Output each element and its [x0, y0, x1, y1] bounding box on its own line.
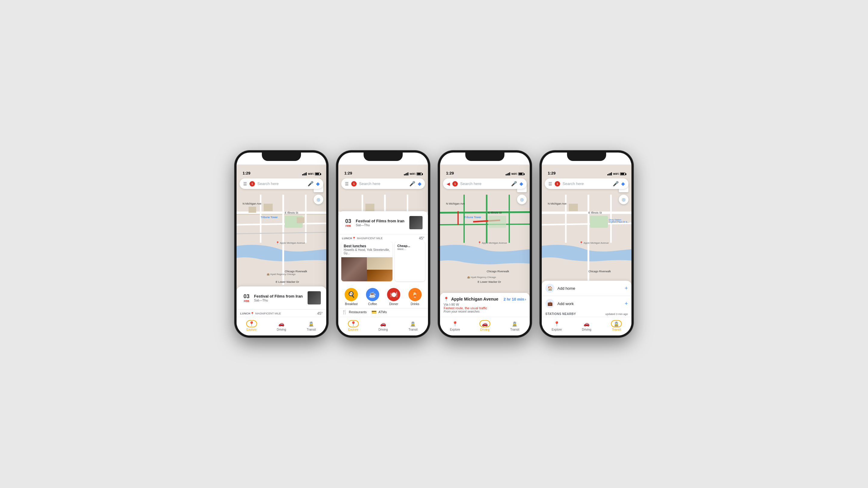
time-1: 1:29 [243, 171, 250, 175]
explore-label-1: Explore [247, 328, 257, 331]
menu-icon-2[interactable]: ☰ [345, 182, 349, 186]
nav-direction-icon-3[interactable]: ◆ [520, 181, 523, 187]
map-label-michigan-4: N Michigan Ave [548, 202, 566, 205]
cheap-eats-card[interactable]: Cheap... West... [395, 241, 425, 281]
search-bar-3[interactable]: ◀ 1 Search here 🎤 ◆ [443, 178, 527, 189]
add-work-row[interactable]: 💼 Add work + [542, 296, 631, 311]
locate-button-1[interactable]: ◎ [314, 195, 323, 204]
menu-icon-1[interactable]: ☰ [243, 182, 247, 186]
nav-transit-3[interactable]: 🚊 Transit [500, 320, 530, 331]
map-label-michigan: N Michigan Ave [243, 202, 261, 205]
menu-icon-4[interactable]: ☰ [548, 182, 552, 186]
nav-driving-2[interactable]: 🚗 Driving [368, 320, 398, 331]
nav-transit-2[interactable]: 🚊 Transit [398, 320, 428, 331]
route-source: From your recent searches [444, 310, 526, 313]
driving-label-2: Driving [378, 328, 388, 331]
add-home-row[interactable]: 🏠 Add home + [542, 281, 631, 296]
svg-line-21 [440, 212, 530, 213]
search-bar-1[interactable]: ☰ 1 Search here 🎤 ◆ [240, 178, 323, 189]
dinner-label: Dinner [390, 302, 398, 306]
mic-icon-1[interactable]: 🎤 [308, 181, 314, 187]
pin-icon-1: 📍 [250, 312, 254, 315]
mic-icon-2[interactable]: 🎤 [409, 181, 415, 187]
nav-driving-1[interactable]: 🚗 Driving [266, 320, 296, 331]
lunch-header-1: LUNCH 📍 MAGNIFICENT MILE 45° [237, 309, 326, 317]
home-icon: 🏠 [545, 284, 554, 293]
nav-direction-icon-2[interactable]: ◆ [418, 181, 421, 187]
best-lunches-card[interactable]: Best lunches Howells & Hood, Yolk Street… [341, 241, 393, 281]
nav-direction-icon-4[interactable]: ◆ [621, 181, 625, 187]
notification-badge-3: 1 [452, 181, 458, 187]
nav-explore-2[interactable]: 📍 Explore [338, 320, 368, 331]
bottom-panel-1: 03 FEB Festival of Films from Iran Sat—T… [237, 286, 326, 335]
time-4: 1:29 [548, 171, 556, 175]
category-coffee[interactable]: ☕ Coffee [366, 288, 379, 306]
drinks-icon: 🍹 [408, 288, 422, 301]
category-dinner[interactable]: 🍽️ Dinner [387, 288, 400, 306]
driving-icon-4: 🚗 [581, 320, 592, 327]
atm-link[interactable]: 💳 ATMs [371, 310, 387, 315]
locate-button-4[interactable]: ◎ [619, 195, 628, 204]
map-label-lower-wacker: E Lower Wacker Dr [276, 281, 299, 284]
nav-driving-3[interactable]: 🚗 Driving [470, 320, 500, 331]
lunch-temp-2: 45° [419, 236, 424, 240]
explore-categories-2: 🍳 Breakfast ☕ Coffee 🍽️ Dinner 🍹 [338, 284, 428, 308]
explore-icon-4: 📍 [551, 320, 562, 327]
nav-transit-4[interactable]: 🚊 Transit [602, 320, 631, 331]
transit-icon-3: 🚊 [509, 320, 520, 327]
atm-label: ATMs [378, 310, 387, 314]
notification-badge-4: 1 [555, 181, 560, 187]
bottom-panel-2: 03 FEB Festival of Films from Iran Sat—T… [338, 211, 428, 335]
scene: N Michigan Ave Tribune Tower E Illinois … [223, 139, 645, 349]
add-home-plus-icon[interactable]: + [624, 285, 628, 292]
transit-label-2: Transit [408, 328, 417, 331]
restaurants-link[interactable]: 🍴 Restaurants [342, 310, 367, 315]
nav-explore-1[interactable]: 📍 Explore [237, 320, 266, 331]
pin-icon-2: 📍 [352, 237, 356, 240]
transit-label-3: Transit [510, 328, 519, 331]
nav-explore-3[interactable]: 📍 Explore [440, 320, 470, 331]
svg-line-25 [440, 224, 530, 225]
coffee-label: Coffee [368, 302, 377, 306]
event-title-2: Festival of Films from Iran [356, 219, 404, 223]
transit-icon-2: 🚊 [407, 320, 418, 327]
notch-4 [567, 153, 606, 161]
locate-button-3[interactable]: ◎ [517, 195, 527, 204]
mic-icon-3[interactable]: 🎤 [511, 181, 517, 187]
search-bar-2[interactable]: ☰ 1 Search here 🎤 ◆ [341, 178, 425, 189]
svg-rect-36 [590, 216, 608, 228]
drinks-label: Drinks [411, 302, 419, 306]
notch-2 [364, 153, 403, 161]
stations-label: STATIONS NEARBY [545, 312, 576, 316]
search-input-3[interactable]: Search here [460, 182, 511, 186]
route-header-3: 📍 Apple Michigan Avenue 2 hr 10 min › [444, 297, 526, 301]
nav-direction-icon-1[interactable]: ◆ [316, 181, 320, 187]
search-input-4[interactable]: Search here [562, 182, 613, 186]
bottom-nav-1: 📍 Explore 🚗 Driving 🚊 Transit [237, 317, 326, 335]
nav-transit-1[interactable]: 🚊 Transit [297, 320, 326, 331]
status-bar-2: 1:29 WiFi [338, 165, 428, 176]
route-destination: Apple Michigan Avenue [451, 297, 498, 301]
route-pin-icon: 📍 [444, 297, 449, 301]
add-work-plus-icon[interactable]: + [624, 300, 628, 307]
mic-icon-4[interactable]: 🎤 [613, 181, 619, 187]
card-title: Best lunches [344, 244, 390, 248]
map-label-illinois: E Illinois St [285, 211, 298, 214]
poi-hyatt-3: 🏨Hyatt Regency Chicago [467, 276, 496, 279]
map-label-tribune: Tribune Tower [261, 216, 278, 219]
map-label-tribune-3: Tribune Tower [464, 216, 481, 219]
svg-rect-29 [488, 216, 506, 228]
search-bar-4[interactable]: ☰ 1 Search here 🎤 ◆ [545, 178, 628, 189]
nav-explore-4[interactable]: 📍 Explore [542, 320, 571, 331]
card2-title: Cheap... [397, 244, 423, 248]
search-input-1[interactable]: Search here [257, 182, 308, 186]
back-icon-3[interactable]: ◀ [447, 182, 450, 186]
route-time: 2 hr 10 min › [503, 297, 526, 301]
status-icons-1: WiFi [302, 172, 320, 175]
driving-icon-3: 🚗 [479, 320, 490, 327]
nav-driving-4[interactable]: 🚗 Driving [571, 320, 601, 331]
category-breakfast[interactable]: 🍳 Breakfast [345, 288, 358, 306]
category-drinks[interactable]: 🍹 Drinks [408, 288, 422, 306]
svg-rect-19 [365, 204, 374, 211]
search-input-2[interactable]: Search here [359, 182, 409, 186]
